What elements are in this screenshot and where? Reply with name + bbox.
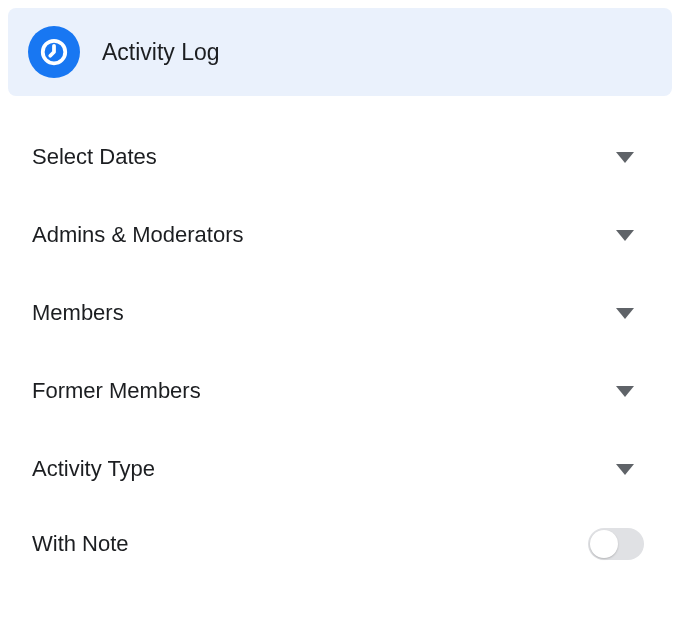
filter-label: Select Dates	[32, 144, 157, 170]
filter-label: Members	[32, 300, 124, 326]
filter-select-dates[interactable]: Select Dates	[32, 118, 648, 196]
chevron-down-icon	[616, 230, 634, 241]
clock-icon	[28, 26, 80, 78]
filter-list: Select Dates Admins & Moderators Members…	[8, 118, 672, 580]
filter-members[interactable]: Members	[32, 274, 648, 352]
page-title: Activity Log	[102, 39, 220, 66]
chevron-down-icon	[616, 386, 634, 397]
filter-activity-type[interactable]: Activity Type	[32, 430, 648, 508]
chevron-down-icon	[616, 152, 634, 163]
filter-admins-moderators[interactable]: Admins & Moderators	[32, 196, 648, 274]
filter-label: Former Members	[32, 378, 201, 404]
toggle-knob	[590, 530, 618, 558]
activity-log-header[interactable]: Activity Log	[8, 8, 672, 96]
filter-label: Admins & Moderators	[32, 222, 244, 248]
with-note-toggle[interactable]	[588, 528, 644, 560]
filter-with-note: With Note	[32, 508, 648, 580]
chevron-down-icon	[616, 464, 634, 475]
filter-label: With Note	[32, 531, 129, 557]
filter-former-members[interactable]: Former Members	[32, 352, 648, 430]
chevron-down-icon	[616, 308, 634, 319]
filter-label: Activity Type	[32, 456, 155, 482]
